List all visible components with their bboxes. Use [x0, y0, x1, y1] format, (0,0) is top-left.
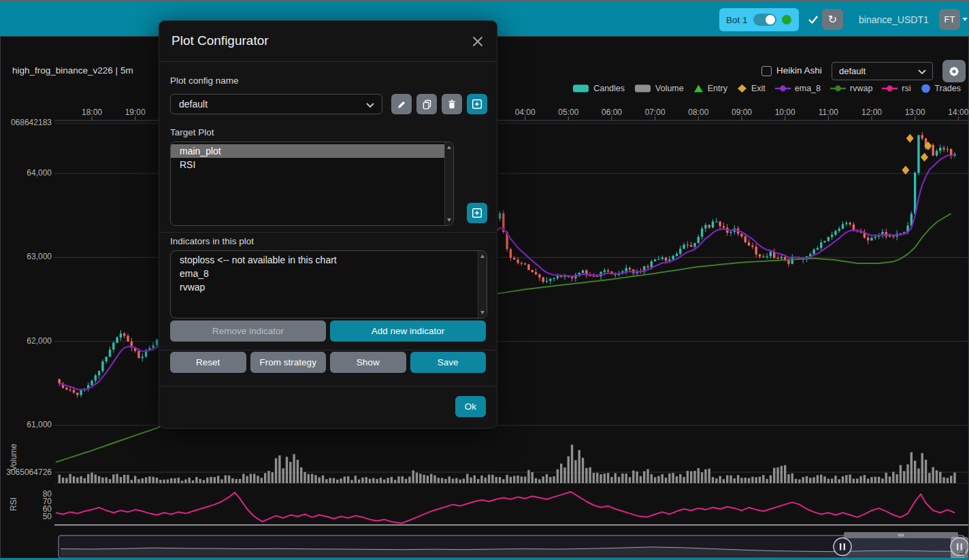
volume-bar: [701, 472, 703, 483]
show-button[interactable]: Show: [330, 352, 406, 373]
delete-config-button[interactable]: [442, 94, 462, 114]
ok-button[interactable]: Ok: [455, 396, 486, 417]
volume-bar: [329, 478, 331, 483]
add-config-button[interactable]: [467, 94, 487, 114]
candle-body: [845, 223, 847, 224]
plot-config-name-select[interactable]: default: [170, 94, 382, 114]
candle-body: [708, 225, 710, 228]
save-button[interactable]: Save: [410, 352, 487, 373]
candle-body: [723, 226, 725, 227]
price-tick-label: 63,000: [0, 252, 52, 261]
candle-body: [105, 357, 108, 361]
reset-button[interactable]: Reset: [170, 352, 246, 373]
rename-config-button[interactable]: [391, 94, 412, 114]
target-plot-listbox[interactable]: main_plotRSI: [170, 142, 454, 226]
volume-bar: [112, 474, 114, 483]
candle-body: [142, 357, 144, 358]
indicator-option[interactable]: rvwap: [171, 280, 476, 294]
indicators-listbox[interactable]: stoploss <-- not available in this chart…: [170, 250, 487, 318]
candle-body: [719, 221, 721, 226]
grip-dots-icon: [898, 534, 899, 537]
volume-bar: [939, 472, 941, 483]
candle-body: [867, 237, 869, 240]
add-subplot-button[interactable]: [467, 203, 487, 223]
candle-body: [917, 135, 919, 173]
volume-bar: [878, 477, 880, 483]
legend-label: Volume: [655, 84, 684, 93]
legend-item-Volume[interactable]: Volume: [634, 84, 684, 93]
legend-item-Entry[interactable]: Entry: [693, 84, 727, 93]
remove-indicator-button[interactable]: Remove indicator: [170, 320, 326, 342]
candle-body: [939, 148, 941, 151]
volume-bar: [206, 478, 208, 483]
user-avatar-button[interactable]: FT: [939, 9, 960, 30]
legend-item-Exit[interactable]: Exit: [737, 84, 766, 93]
volume-bar: [98, 476, 100, 483]
candle-body: [817, 248, 819, 250]
target-plot-option-main_plot[interactable]: main_plot: [171, 144, 451, 158]
candle-body: [755, 247, 757, 254]
volume-bar: [272, 472, 274, 483]
heikin-ashi-checkbox[interactable]: [761, 66, 772, 76]
scroll-up-icon[interactable]: [480, 254, 484, 258]
legend-item-ema_8[interactable]: ema_8: [775, 84, 821, 93]
Candles-marker-icon: [572, 84, 589, 93]
volume-bar: [105, 477, 108, 483]
legend-item-rsi[interactable]: rsi: [882, 84, 910, 93]
volume-bar: [632, 470, 634, 483]
scroll-up-icon[interactable]: [447, 146, 451, 149]
volume-bar: [441, 478, 443, 483]
candle-body: [95, 376, 97, 381]
volume-bar: [137, 479, 139, 483]
datazoom-handle-left[interactable]: [834, 538, 851, 556]
volume-bar: [109, 479, 111, 483]
handle-circle[interactable]: [834, 538, 851, 556]
volume-bar: [521, 476, 523, 483]
close-button[interactable]: [470, 34, 486, 50]
volume-bar: [491, 475, 493, 483]
bot-selector-pill[interactable]: Bot 1: [719, 8, 799, 31]
volume-bar: [842, 476, 844, 483]
bot-enable-toggle[interactable]: [753, 14, 776, 26]
from-strategy-button[interactable]: From strategy: [250, 352, 327, 373]
indicator-option[interactable]: ema_8: [171, 267, 476, 280]
pause-bars-icon: [840, 544, 841, 550]
volume-bar: [531, 472, 533, 483]
chevron-down-icon[interactable]: [962, 18, 968, 21]
volume-bar: [712, 477, 714, 483]
datazoom-slider[interactable]: [59, 532, 968, 558]
x-tick-label: 18:00: [82, 108, 102, 117]
volume-bar: [932, 467, 934, 483]
plot-config-select-header[interactable]: default: [832, 62, 933, 80]
datazoom-window[interactable]: [842, 536, 959, 557]
add-new-indicator-button[interactable]: Add new indicator: [330, 320, 486, 342]
volume-bar: [874, 477, 876, 483]
pause-bars-icon: [844, 544, 845, 550]
volume-bar: [188, 478, 191, 483]
scrollbar[interactable]: [478, 251, 487, 318]
volume-bar: [242, 474, 244, 483]
volume-bar: [250, 474, 252, 483]
legend-item-Candles[interactable]: Candles: [572, 84, 625, 93]
candle-body: [524, 263, 526, 264]
candle-body: [549, 279, 551, 281]
scroll-down-icon[interactable]: [447, 218, 451, 222]
scroll-down-icon[interactable]: [480, 311, 484, 314]
duplicate-config-button[interactable]: [416, 94, 437, 114]
scrollbar[interactable]: [444, 142, 453, 225]
legend-item-Trades[interactable]: Trades: [921, 84, 961, 93]
legend-item-rvwap[interactable]: rvwap: [830, 84, 872, 93]
candle-body: [657, 259, 659, 260]
resize-handle[interactable]: [951, 537, 968, 559]
resize-square[interactable]: [951, 537, 968, 559]
plot-configurator-button[interactable]: [942, 60, 966, 82]
indicator-option[interactable]: stoploss <-- not available in this chart: [171, 253, 476, 267]
candle-body: [109, 350, 111, 357]
volume-bar: [397, 476, 399, 483]
volume-bar: [148, 476, 150, 483]
volume-bar: [394, 480, 396, 483]
target-plot-option-RSI[interactable]: RSI: [171, 158, 442, 171]
refresh-button[interactable]: ↻: [822, 9, 843, 30]
volume-bar: [210, 477, 212, 483]
candle-body: [853, 225, 855, 230]
